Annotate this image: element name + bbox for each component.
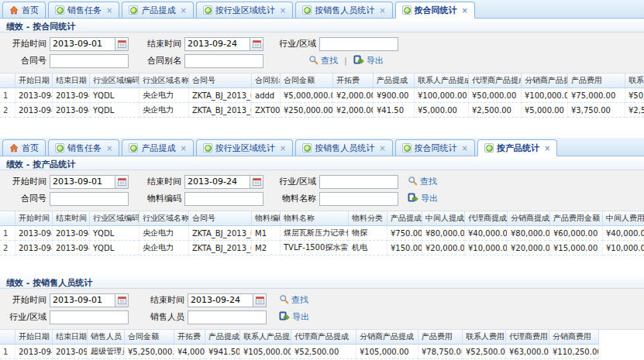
industry-region-input[interactable] bbox=[50, 310, 129, 324]
end-date-input[interactable] bbox=[188, 293, 253, 307]
column-header[interactable]: 结束日期 bbox=[53, 74, 90, 88]
tab-contract-stats[interactable]: 按合同统计× bbox=[395, 139, 475, 156]
tab-industry-region-stats[interactable]: 按行业区域统计× bbox=[196, 139, 293, 156]
column-header[interactable]: 代理商产品提成 bbox=[291, 330, 356, 345]
column-header[interactable]: 开始日期 bbox=[15, 74, 53, 88]
material-code-input[interactable] bbox=[184, 192, 263, 206]
calendar-icon[interactable] bbox=[253, 293, 267, 307]
column-header[interactable]: 分销商费用 bbox=[549, 330, 599, 345]
column-header[interactable]: 销售人员 bbox=[88, 330, 125, 345]
table-row[interactable]: 12013-09-012013-09-24YQDL央企电力ZKTA_BJ_201… bbox=[0, 226, 644, 241]
material-name-input[interactable] bbox=[319, 192, 398, 206]
form-row: 合同号 合同别名 查找 | 导出 bbox=[3, 53, 641, 69]
contract-no-input[interactable] bbox=[50, 192, 129, 206]
column-header[interactable]: 代理商提成 bbox=[465, 211, 508, 226]
tab-close-icon[interactable]: × bbox=[462, 144, 468, 153]
tab-contract-stats[interactable]: 按合同统计× bbox=[395, 2, 475, 19]
calendar-icon[interactable] bbox=[115, 175, 129, 189]
tab-sales-tasks[interactable]: 销售任务× bbox=[48, 2, 119, 18]
column-header[interactable]: 合同金额 bbox=[281, 74, 333, 88]
column-header[interactable]: 合同号 bbox=[189, 211, 252, 226]
tab-salesperson-stats[interactable]: 按销售人员统计× bbox=[295, 2, 392, 18]
column-header[interactable]: 中间人提成 bbox=[422, 211, 465, 226]
table-row[interactable]: 12013-09-012013-09-24YQDL央企电力ZKTA_BJ_201… bbox=[0, 88, 644, 103]
industry-region-input[interactable] bbox=[319, 37, 398, 51]
column-header[interactable]: 分销商产品提成 bbox=[356, 330, 418, 345]
column-header[interactable]: 产品费用 bbox=[418, 330, 463, 345]
tab-home[interactable]: 首页 bbox=[2, 139, 46, 156]
export-button[interactable]: 导出 bbox=[408, 193, 438, 205]
table-row[interactable]: 12013-09-012013-09-24超级管理员¥5,250,000.00¥… bbox=[0, 345, 599, 359]
column-header[interactable]: 产品提成 bbox=[205, 330, 240, 345]
tab-close-icon[interactable]: × bbox=[106, 6, 112, 15]
column-header[interactable]: 产品提成 bbox=[387, 211, 422, 226]
search-button[interactable]: 查找 bbox=[408, 176, 437, 188]
section-title: 绩效 - 按合同统计 bbox=[0, 19, 644, 33]
search-button[interactable]: 查找 bbox=[308, 55, 338, 67]
calendar-icon[interactable] bbox=[115, 293, 129, 307]
column-header[interactable]: 物料名称 bbox=[281, 211, 349, 226]
column-header[interactable]: 合同号 bbox=[189, 74, 252, 88]
tab-salesperson-stats[interactable]: 按销售人员统计× bbox=[295, 139, 392, 156]
contract-alias-input[interactable] bbox=[184, 54, 263, 68]
column-header[interactable]: 代理商费用 bbox=[506, 330, 549, 345]
column-header[interactable]: 物料分类 bbox=[349, 211, 387, 226]
tab-product-commission[interactable]: 产品提成× bbox=[122, 2, 193, 18]
column-header[interactable]: 联系人产品提成 bbox=[415, 74, 469, 88]
column-header[interactable]: 结束时间 bbox=[53, 211, 90, 226]
tab-home[interactable]: 首页 bbox=[2, 2, 46, 18]
column-header[interactable]: 结束日期 bbox=[53, 330, 88, 345]
export-button[interactable]: 导出 bbox=[279, 311, 309, 324]
column-header[interactable]: 行业区域编码 bbox=[90, 74, 139, 88]
column-header[interactable]: 联系人费用 bbox=[463, 330, 506, 345]
column-header[interactable]: 中间人费用金额 bbox=[603, 211, 644, 226]
start-date-input[interactable] bbox=[50, 175, 115, 189]
calendar-icon[interactable] bbox=[115, 37, 129, 51]
column-header[interactable]: 物料编码 bbox=[252, 211, 281, 226]
tab-industry-region-stats[interactable]: 按行业区域统计× bbox=[196, 2, 293, 18]
tab-product-commission[interactable]: 产品提成× bbox=[122, 139, 193, 156]
column-header[interactable]: 行业区域名称 bbox=[139, 211, 189, 226]
tab-close-icon[interactable]: × bbox=[379, 6, 385, 15]
column-header[interactable]: 行业区域名称 bbox=[139, 74, 189, 88]
export-button[interactable]: 导出 bbox=[353, 55, 384, 67]
tab-close-icon[interactable]: × bbox=[180, 6, 186, 15]
salesperson-input[interactable] bbox=[188, 310, 267, 324]
tab-close-icon[interactable]: × bbox=[544, 144, 550, 153]
tab-product-stats[interactable]: 按产品统计× bbox=[477, 139, 557, 156]
start-date-input[interactable] bbox=[50, 37, 115, 51]
cell: ¥110,250.00 bbox=[549, 345, 599, 359]
tab-close-icon[interactable]: × bbox=[106, 144, 112, 153]
tab-close-icon[interactable]: × bbox=[280, 6, 286, 15]
tab-close-icon[interactable]: × bbox=[379, 144, 385, 153]
end-date-input[interactable] bbox=[184, 175, 250, 189]
column-header[interactable]: 合同金额 bbox=[125, 330, 174, 345]
calendar-icon[interactable] bbox=[250, 175, 263, 189]
column-header[interactable]: 开拓费 bbox=[333, 74, 374, 88]
column-header[interactable]: 代理商产品提成 bbox=[469, 74, 522, 88]
column-header[interactable]: 合同别名 bbox=[252, 74, 281, 88]
start-date-input[interactable] bbox=[50, 293, 115, 307]
column-header[interactable]: 开始日期 bbox=[15, 330, 53, 345]
search-button[interactable]: 查找 bbox=[279, 294, 308, 307]
column-header[interactable]: 分销商提成 bbox=[508, 211, 550, 226]
tab-close-icon[interactable]: × bbox=[462, 6, 468, 15]
table-row[interactable]: 22013-09-012013-09-24YQDL央企电力ZKTA_BJ_201… bbox=[0, 241, 644, 255]
column-header[interactable]: 产品提成 bbox=[374, 74, 415, 88]
column-header[interactable]: 分销商产品提成 bbox=[522, 74, 568, 88]
end-date-input[interactable] bbox=[184, 37, 250, 51]
industry-region-input[interactable] bbox=[319, 175, 398, 189]
tab-close-icon[interactable]: × bbox=[180, 144, 186, 153]
column-header[interactable]: 开始时间 bbox=[15, 211, 53, 226]
table-row[interactable]: 22013-09-012013-09-24YQDL央企电力ZKTA_BJ_201… bbox=[0, 103, 644, 118]
column-header[interactable]: 联系人费用 bbox=[625, 74, 644, 88]
tab-close-icon[interactable]: × bbox=[280, 144, 286, 153]
column-header[interactable]: 产品费用 bbox=[568, 74, 625, 88]
column-header[interactable]: 联系人产品提成 bbox=[240, 330, 291, 345]
calendar-icon[interactable] bbox=[250, 37, 263, 51]
column-header[interactable]: 产品费用金额 bbox=[550, 211, 603, 226]
contract-no-input[interactable] bbox=[50, 54, 129, 68]
column-header[interactable]: 开拓费 bbox=[174, 330, 205, 345]
column-header[interactable]: 行业区域编码 bbox=[90, 211, 139, 226]
tab-sales-tasks[interactable]: 销售任务× bbox=[48, 139, 119, 156]
